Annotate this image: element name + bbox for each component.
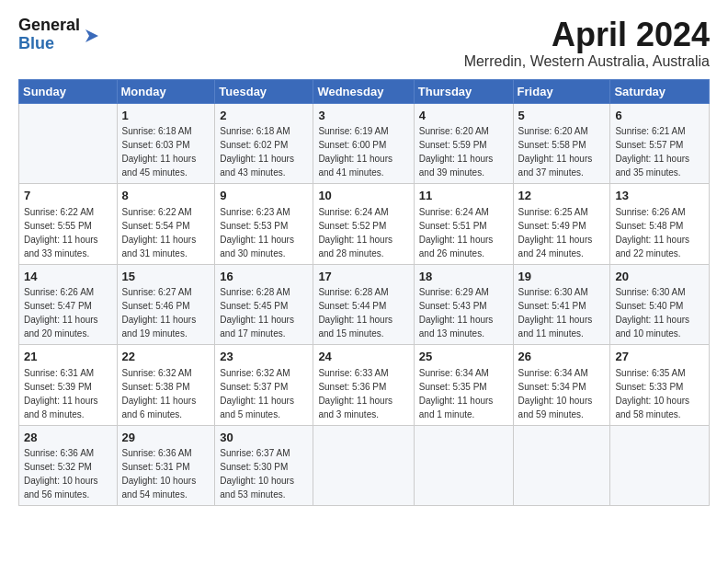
table-row: 14 Sunrise: 6:26 AMSunset: 5:47 PMDaylig… <box>19 264 118 345</box>
day-number: 27 <box>615 349 704 365</box>
day-number: 19 <box>518 269 606 285</box>
table-row: 30 Sunrise: 6:37 AMSunset: 5:30 PMDaylig… <box>215 425 313 506</box>
table-row: 24 Sunrise: 6:33 AMSunset: 5:36 PMDaylig… <box>313 345 414 426</box>
day-number: 2 <box>220 108 308 124</box>
month-title: April 2024 <box>464 17 710 53</box>
day-number: 20 <box>615 269 704 285</box>
title-section: April 2024 Merredin, Western Australia, … <box>464 17 710 70</box>
day-number: 8 <box>122 188 210 204</box>
table-row: 27 Sunrise: 6:35 AMSunset: 5:33 PMDaylig… <box>610 345 710 426</box>
day-number: 4 <box>419 108 508 124</box>
day-number: 22 <box>122 349 210 365</box>
calendar-week-row: 14 Sunrise: 6:26 AMSunset: 5:47 PMDaylig… <box>19 264 710 345</box>
table-row: 3 Sunrise: 6:19 AMSunset: 6:00 PMDayligh… <box>313 103 414 184</box>
day-detail: Sunrise: 6:36 AMSunset: 5:31 PMDaylight:… <box>122 448 197 500</box>
col-tuesday: Tuesday <box>215 79 313 103</box>
day-detail: Sunrise: 6:28 AMSunset: 5:45 PMDaylight:… <box>220 287 294 339</box>
table-row: 22 Sunrise: 6:32 AMSunset: 5:38 PMDaylig… <box>117 345 215 426</box>
day-detail: Sunrise: 6:36 AMSunset: 5:32 PMDaylight:… <box>24 448 98 500</box>
calendar-week-row: 7 Sunrise: 6:22 AMSunset: 5:55 PMDayligh… <box>19 184 710 265</box>
day-detail: Sunrise: 6:24 AMSunset: 5:52 PMDaylight:… <box>318 207 392 259</box>
table-row: 1 Sunrise: 6:18 AMSunset: 6:03 PMDayligh… <box>117 103 215 184</box>
day-number: 13 <box>615 188 704 204</box>
svg-marker-0 <box>85 29 98 42</box>
table-row <box>610 425 710 506</box>
table-row: 13 Sunrise: 6:26 AMSunset: 5:48 PMDaylig… <box>610 184 710 265</box>
col-monday: Monday <box>117 79 215 103</box>
day-detail: Sunrise: 6:20 AMSunset: 5:58 PMDaylight:… <box>518 126 593 178</box>
table-row: 29 Sunrise: 6:36 AMSunset: 5:31 PMDaylig… <box>117 425 215 506</box>
day-detail: Sunrise: 6:32 AMSunset: 5:37 PMDaylight:… <box>220 368 294 419</box>
day-detail: Sunrise: 6:29 AMSunset: 5:43 PMDaylight:… <box>419 287 494 339</box>
day-number: 3 <box>318 108 408 124</box>
calendar-week-row: 28 Sunrise: 6:36 AMSunset: 5:32 PMDaylig… <box>19 425 710 506</box>
calendar-week-row: 21 Sunrise: 6:31 AMSunset: 5:39 PMDaylig… <box>19 345 710 426</box>
day-number: 11 <box>419 188 508 204</box>
day-number: 14 <box>24 269 112 285</box>
col-sunday: Sunday <box>19 79 118 103</box>
day-detail: Sunrise: 6:34 AMSunset: 5:34 PMDaylight:… <box>518 368 593 419</box>
day-number: 15 <box>122 269 210 285</box>
table-row: 16 Sunrise: 6:28 AMSunset: 5:45 PMDaylig… <box>215 264 313 345</box>
table-row: 25 Sunrise: 6:34 AMSunset: 5:35 PMDaylig… <box>414 345 513 426</box>
day-detail: Sunrise: 6:22 AMSunset: 5:55 PMDaylight:… <box>24 207 98 259</box>
day-detail: Sunrise: 6:18 AMSunset: 6:03 PMDaylight:… <box>122 126 197 178</box>
table-row: 8 Sunrise: 6:22 AMSunset: 5:54 PMDayligh… <box>117 184 215 265</box>
day-detail: Sunrise: 6:22 AMSunset: 5:54 PMDaylight:… <box>122 207 197 259</box>
day-number: 24 <box>318 349 408 365</box>
table-row <box>414 425 513 506</box>
day-number: 5 <box>518 108 606 124</box>
table-row: 26 Sunrise: 6:34 AMSunset: 5:34 PMDaylig… <box>513 345 610 426</box>
calendar-week-row: 1 Sunrise: 6:18 AMSunset: 6:03 PMDayligh… <box>19 103 710 184</box>
table-row: 28 Sunrise: 6:36 AMSunset: 5:32 PMDaylig… <box>19 425 118 506</box>
logo-line1: General <box>18 17 80 35</box>
day-detail: Sunrise: 6:33 AMSunset: 5:36 PMDaylight:… <box>318 368 392 419</box>
table-row: 11 Sunrise: 6:24 AMSunset: 5:51 PMDaylig… <box>414 184 513 265</box>
day-detail: Sunrise: 6:30 AMSunset: 5:41 PMDaylight:… <box>518 287 593 339</box>
day-detail: Sunrise: 6:26 AMSunset: 5:47 PMDaylight:… <box>24 287 98 339</box>
col-saturday: Saturday <box>610 79 710 103</box>
table-row: 23 Sunrise: 6:32 AMSunset: 5:37 PMDaylig… <box>215 345 313 426</box>
day-number: 6 <box>615 108 704 124</box>
day-number: 28 <box>24 430 112 446</box>
col-friday: Friday <box>513 79 610 103</box>
day-number: 21 <box>24 349 112 365</box>
day-number: 1 <box>122 108 210 124</box>
table-row <box>19 103 118 184</box>
table-row: 10 Sunrise: 6:24 AMSunset: 5:52 PMDaylig… <box>313 184 414 265</box>
logo-line2: Blue <box>18 35 80 53</box>
day-detail: Sunrise: 6:31 AMSunset: 5:39 PMDaylight:… <box>24 368 98 419</box>
logo-arrow-icon <box>82 26 102 46</box>
col-thursday: Thursday <box>414 79 513 103</box>
day-detail: Sunrise: 6:27 AMSunset: 5:46 PMDaylight:… <box>122 287 197 339</box>
table-row: 12 Sunrise: 6:25 AMSunset: 5:49 PMDaylig… <box>513 184 610 265</box>
table-row: 19 Sunrise: 6:30 AMSunset: 5:41 PMDaylig… <box>513 264 610 345</box>
day-number: 26 <box>518 349 606 365</box>
day-detail: Sunrise: 6:19 AMSunset: 6:00 PMDaylight:… <box>318 126 392 178</box>
table-row: 21 Sunrise: 6:31 AMSunset: 5:39 PMDaylig… <box>19 345 118 426</box>
table-row: 7 Sunrise: 6:22 AMSunset: 5:55 PMDayligh… <box>19 184 118 265</box>
day-number: 25 <box>419 349 508 365</box>
day-number: 10 <box>318 188 408 204</box>
day-detail: Sunrise: 6:18 AMSunset: 6:02 PMDaylight:… <box>220 126 294 178</box>
table-row <box>513 425 610 506</box>
table-row: 17 Sunrise: 6:28 AMSunset: 5:44 PMDaylig… <box>313 264 414 345</box>
day-detail: Sunrise: 6:25 AMSunset: 5:49 PMDaylight:… <box>518 207 593 259</box>
day-detail: Sunrise: 6:32 AMSunset: 5:38 PMDaylight:… <box>122 368 197 419</box>
table-row <box>313 425 414 506</box>
day-detail: Sunrise: 6:37 AMSunset: 5:30 PMDaylight:… <box>220 448 294 500</box>
page: General Blue April 2024 Merredin, Wester… <box>0 0 728 515</box>
table-row: 9 Sunrise: 6:23 AMSunset: 5:53 PMDayligh… <box>215 184 313 265</box>
day-number: 18 <box>419 269 508 285</box>
table-row: 18 Sunrise: 6:29 AMSunset: 5:43 PMDaylig… <box>414 264 513 345</box>
day-detail: Sunrise: 6:34 AMSunset: 5:35 PMDaylight:… <box>419 368 494 419</box>
day-number: 30 <box>220 430 308 446</box>
table-row: 6 Sunrise: 6:21 AMSunset: 5:57 PMDayligh… <box>610 103 710 184</box>
day-detail: Sunrise: 6:24 AMSunset: 5:51 PMDaylight:… <box>419 207 494 259</box>
day-detail: Sunrise: 6:23 AMSunset: 5:53 PMDaylight:… <box>220 207 294 259</box>
day-detail: Sunrise: 6:21 AMSunset: 5:57 PMDaylight:… <box>615 126 689 178</box>
day-number: 17 <box>318 269 408 285</box>
day-detail: Sunrise: 6:20 AMSunset: 5:59 PMDaylight:… <box>419 126 494 178</box>
table-row: 2 Sunrise: 6:18 AMSunset: 6:02 PMDayligh… <box>215 103 313 184</box>
table-row: 15 Sunrise: 6:27 AMSunset: 5:46 PMDaylig… <box>117 264 215 345</box>
